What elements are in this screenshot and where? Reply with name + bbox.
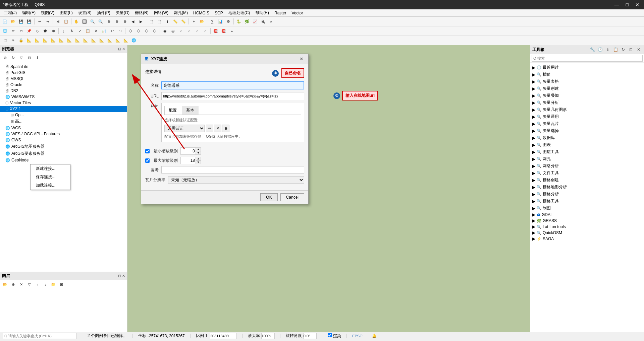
toolbox-raster-terrain[interactable]: ▶ 🔍 栅格地形分析 bbox=[530, 184, 644, 191]
toolbox-vector-general[interactable]: ▶ 🔍 矢量通用 bbox=[530, 113, 644, 120]
tb-vertex4[interactable]: ○ bbox=[185, 27, 193, 35]
tb-attr-table[interactable]: 📊 bbox=[100, 27, 108, 35]
tb-edit-5[interactable]: ◇ bbox=[34, 27, 41, 35]
tb-next-extent[interactable]: ▶ bbox=[137, 18, 145, 25]
browser-postgis[interactable]: 🗄 PostGIS bbox=[0, 70, 127, 76]
toolbox-vector-select[interactable]: ▶ 🔍 矢量选择 bbox=[530, 127, 644, 134]
tb-map2[interactable]: ☀ bbox=[9, 37, 17, 44]
toolbox-tb-3[interactable]: ℹ bbox=[604, 46, 611, 53]
tb-settings2[interactable]: ⚙ bbox=[225, 18, 232, 25]
tb-layer-open[interactable]: 📂 bbox=[198, 18, 206, 25]
auth-add-btn[interactable]: ⊕ bbox=[222, 125, 229, 132]
tb-map13[interactable]: 📐 bbox=[98, 37, 105, 44]
crs-btn[interactable]: EPSG:... bbox=[352, 334, 367, 338]
tb-undo[interactable]: ↩ bbox=[36, 18, 43, 25]
tb-edit-3[interactable]: ✂ bbox=[17, 27, 25, 35]
tb-map14[interactable]: 📐 bbox=[106, 37, 113, 44]
tb-chart[interactable]: 📈 bbox=[251, 18, 259, 25]
toolbox-raster-analysis[interactable]: ▶ 🔍 栅格分析 bbox=[530, 191, 644, 198]
tb-rotate[interactable]: ↻ bbox=[68, 27, 75, 35]
ctx-load-connection[interactable]: 加载连接... bbox=[31, 181, 70, 190]
cancel-button[interactable]: Cancel bbox=[280, 193, 304, 201]
layer-remove-btn[interactable]: ✕ bbox=[17, 281, 25, 288]
min-zoom-up[interactable]: ▲ bbox=[196, 147, 201, 151]
tb-map3[interactable]: 🔒 bbox=[17, 37, 25, 44]
toolbox-vector-geometry[interactable]: ▶ 🔍 矢量几何图形 bbox=[530, 106, 644, 113]
tb-map1[interactable]: ⬚ bbox=[1, 37, 9, 44]
name-input[interactable] bbox=[161, 81, 304, 89]
tb-map9[interactable]: 📐 bbox=[66, 37, 73, 44]
menu-settings[interactable]: 设置(S) bbox=[75, 9, 94, 16]
toolbox-tb-2[interactable]: 🕐 bbox=[597, 46, 603, 53]
tb-pan[interactable]: ✋ bbox=[73, 18, 80, 25]
tb-zoom-out[interactable]: 🔍 bbox=[97, 18, 104, 25]
tb-map10[interactable]: 📐 bbox=[74, 37, 81, 44]
tb-zoom-in[interactable]: 🔍 bbox=[89, 18, 96, 25]
browser-arcgis-map[interactable]: 🌐 ArcGIS地图服务器 bbox=[0, 143, 127, 150]
browser-info-btn[interactable]: ℹ bbox=[34, 54, 41, 61]
layer-up-btn[interactable]: ↑ bbox=[34, 281, 41, 288]
tb-copy-feat[interactable]: 📋 bbox=[84, 27, 92, 35]
toolbox-file-tools[interactable]: ▶ 🔍 文件工具 bbox=[530, 169, 644, 177]
browser-close-icon[interactable]: ✕ bbox=[122, 47, 125, 51]
browser-xyz[interactable]: ⊞ XYZ 1 bbox=[0, 106, 127, 112]
memo-input[interactable] bbox=[161, 166, 304, 174]
tb-map7[interactable]: 📐 bbox=[50, 37, 57, 44]
rot-input[interactable] bbox=[303, 333, 317, 339]
tb-zoom-select[interactable]: ⊕ bbox=[121, 18, 128, 25]
browser-op[interactable]: ⊞ Op... bbox=[0, 112, 127, 118]
tb-pan2[interactable]: 🔲 bbox=[81, 18, 88, 25]
tile-resolution-select[interactable]: 未知（无缩放） bbox=[168, 176, 304, 184]
tb-plugin[interactable]: 🔌 bbox=[259, 18, 267, 25]
status-search-input[interactable] bbox=[3, 333, 76, 339]
browser-wms[interactable]: 🌐 WMS/WMTS bbox=[0, 94, 127, 100]
toolbox-vector-create[interactable]: ▶ 🔍 矢量创建 bbox=[530, 85, 644, 92]
toolbox-cartography[interactable]: ▶ 🔍 制图 bbox=[530, 205, 644, 212]
tb-redo[interactable]: ↪ bbox=[44, 18, 51, 25]
layer-expand-btn[interactable]: ⊞ bbox=[58, 281, 65, 288]
browser-high[interactable]: ⊞ 高... bbox=[0, 118, 127, 125]
tb-delete-feat[interactable]: ✕ bbox=[92, 27, 100, 35]
tb-open[interactable]: 📂 bbox=[9, 18, 17, 25]
toolbox-layer-tools[interactable]: ▶ 🔍 图层工具 bbox=[530, 148, 644, 155]
browser-mssql[interactable]: 🗄 MSSQL bbox=[0, 76, 127, 82]
tb-vertex6[interactable]: ○ bbox=[202, 27, 209, 35]
tb-more[interactable]: » bbox=[267, 18, 275, 25]
tb-measure[interactable]: 📏 bbox=[172, 18, 179, 25]
toolbox-close-icon[interactable]: ✕ bbox=[635, 46, 642, 53]
tb-vertex3[interactable]: ○ bbox=[177, 27, 185, 35]
tb-zoom-layer[interactable]: ⊕ bbox=[113, 18, 120, 25]
browser-ows[interactable]: 🌐 OWS bbox=[0, 137, 127, 143]
menu-hcmgis[interactable]: HCMGIS bbox=[191, 10, 212, 16]
tb-map16[interactable]: 📐 bbox=[122, 37, 129, 44]
browser-refresh-btn[interactable]: ↻ bbox=[9, 54, 17, 61]
max-zoom-up[interactable]: ▲ bbox=[196, 157, 201, 160]
toolbox-quickosm[interactable]: ▶ 🔍 QuickOSM bbox=[530, 230, 644, 236]
tb-zoom-full[interactable]: ⊕ bbox=[105, 18, 112, 25]
layer-down-btn[interactable]: ↓ bbox=[42, 281, 49, 288]
tb-map15[interactable]: 📐 bbox=[114, 37, 121, 44]
browser-db2[interactable]: 🗄 DB2 bbox=[0, 88, 127, 94]
toolbox-chart[interactable]: ▶ 🔍 图表 bbox=[530, 141, 644, 148]
log-btn[interactable]: 🔔 bbox=[372, 334, 377, 338]
tb-identify[interactable]: ℹ bbox=[164, 18, 171, 25]
auth-edit-btn[interactable]: ✏ bbox=[206, 125, 213, 132]
tb-vertex1[interactable]: ◉ bbox=[161, 27, 169, 35]
tab-basic[interactable]: 基本 bbox=[182, 106, 199, 115]
layer-filter-btn[interactable]: ▽ bbox=[25, 281, 33, 288]
auth-select[interactable]: 无需认证 bbox=[164, 125, 205, 132]
tb-vertex2[interactable]: ◎ bbox=[169, 27, 177, 35]
layer-group-btn[interactable]: 📁 bbox=[50, 281, 57, 288]
toolbox-float-icon[interactable]: ⊡ bbox=[628, 46, 634, 53]
tb-map4[interactable]: 📐 bbox=[25, 37, 33, 44]
maximize-button[interactable]: □ bbox=[624, 1, 631, 8]
menu-project[interactable]: 工程(J) bbox=[1, 9, 19, 16]
browser-vector-tiles[interactable]: ⬡ Vector Tiles bbox=[0, 100, 127, 106]
ctx-save-connection[interactable]: 保存连接... bbox=[31, 173, 70, 181]
tb-redo2[interactable]: ↪ bbox=[116, 27, 124, 35]
toolbox-mesh[interactable]: ▶ 🔍 网孔 bbox=[530, 155, 644, 162]
menu-help[interactable]: 帮助(H) bbox=[253, 9, 272, 16]
toolbox-interpolation[interactable]: ▶ 🔍 插值 bbox=[530, 71, 644, 78]
toolbox-vector-table[interactable]: ▶ 🔍 矢量表格 bbox=[530, 78, 644, 85]
toolbox-tb-4[interactable]: 📋 bbox=[612, 46, 619, 53]
